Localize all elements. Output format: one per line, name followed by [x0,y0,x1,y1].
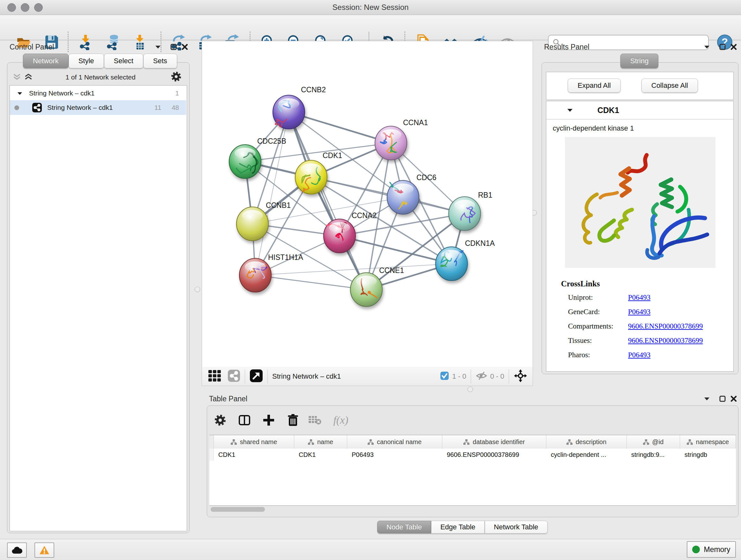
tab-style[interactable]: Style [69,54,104,68]
memory-status-dot [692,546,700,553]
tab-string[interactable]: String [620,54,658,68]
tab-sets[interactable]: Sets [143,54,177,68]
results-panel-menu-button[interactable] [701,42,712,52]
column-header-shared-name[interactable]: shared name [214,435,294,449]
table-cell[interactable]: stringdb:9... [627,449,680,461]
column-header-canonical-name[interactable]: canonical name [347,435,442,449]
column-header-name[interactable]: name [294,435,347,449]
column-header--id[interactable]: @id [627,435,680,449]
delete-table-button-disabled[interactable] [306,411,324,429]
crosslink-link[interactable]: P06493 [628,308,650,316]
column-header-namespace[interactable]: namespace [680,435,736,449]
network-share-view-button[interactable] [227,369,240,383]
results-panel-float-button[interactable] [717,42,728,52]
network-row-selected[interactable]: String Network – cdk1 11 48 [10,100,186,115]
network-node-CCNB1[interactable]: CCNB1 [237,201,291,241]
node-label-HIST1H1A: HIST1H1A [268,253,304,261]
crosslink-link[interactable]: P06493 [628,294,650,302]
table-panel-tabs: Node TableEdge TableNetwork Table [377,521,548,534]
memory-button[interactable]: Memory [687,541,736,558]
column-header-label: namespace [696,438,729,446]
table-panel-menu-button[interactable] [701,394,712,403]
shared-column-icon [367,439,374,445]
window-title: Session: New Session [0,0,741,15]
shared-column-icon [687,439,693,445]
control-panel-float-button[interactable] [168,42,179,52]
results-buttons-box: Expand All Collapse All [546,72,734,100]
table-options-button[interactable] [211,411,229,429]
table-cell[interactable]: 9606.ENSP00000378699 [442,449,546,461]
tab-node-table[interactable]: Node Table [377,521,431,534]
plus-icon [262,414,275,427]
add-column-button[interactable] [260,411,278,429]
table-panel-close-button[interactable] [728,394,739,403]
network-node-CCNA1[interactable]: CCNA1 [375,118,428,160]
table-panel-title: Table Panel [209,395,247,403]
table-cell[interactable]: CDK1 [214,449,294,461]
network-node-CCNB2[interactable]: CCNB2 [273,85,326,129]
table-cell[interactable]: P06493 [347,449,442,461]
import-network-icon [77,34,93,50]
network-collection-row[interactable]: String Network – cdk1 1 [10,86,186,100]
horizontal-scrollbar-thumb[interactable] [211,507,265,512]
control-panel-close-button[interactable] [179,42,190,52]
network-graph[interactable]: CCNB2CCNA1CDC25BCDK1CDC6RB1CCNB1CCNA2CDK… [202,41,533,367]
tab-network[interactable]: Network [23,54,69,68]
edge-CCNB2-HIST1H1A[interactable] [255,112,289,275]
show-columns-button[interactable] [235,411,253,429]
table-cell[interactable]: CDK1 [294,449,347,461]
chevron-down-icon [704,396,710,401]
import-network-file-button[interactable] [76,32,95,52]
control-panel-menu-button[interactable] [152,42,163,52]
crosslink-row: Pharos:P06493 [568,351,728,359]
node-gloss-highlight [356,276,377,287]
edge-CCNE1-HIST1H1A[interactable] [255,275,366,290]
network-canvas[interactable]: CCNB2CCNA1CDC25BCDK1CDC6RB1CCNB1CCNA2CDK… [202,41,533,368]
warning-icon [39,546,50,555]
collapse-all-tree-button[interactable] [13,73,21,82]
network-node-RB1[interactable]: RB1 [449,191,492,231]
function-builder-button-disabled[interactable]: f(x) [328,411,354,429]
crosslink-link[interactable]: 9606.ENSP00000378699 [628,336,703,345]
column-header-label: database identifier [473,438,525,446]
tab-edge-table[interactable]: Edge Table [431,521,485,534]
warnings-button[interactable] [35,543,54,558]
selected-nodes-checkbox[interactable] [440,371,449,381]
crosslink-label: Compartments: [568,322,628,330]
expand-all-button[interactable]: Expand All [568,78,621,92]
crosslink-link[interactable]: 9606.ENSP00000378699 [628,322,703,330]
delete-column-button[interactable] [284,411,302,429]
column-header-description[interactable]: description [546,435,627,449]
network-node-CDC6[interactable]: CDC6 [387,173,436,214]
gene-card-header[interactable]: CDK1 [546,101,733,119]
results-panel-tabs: String [620,54,658,68]
table-cell[interactable]: stringdb [680,449,736,461]
column-header-database-identifier[interactable]: database identifier [442,435,546,449]
network-list-options-button[interactable] [171,71,182,83]
control-panel-tabs: NetworkStyleSelectSets [23,54,177,68]
pan-mode-button[interactable] [514,369,528,384]
tab-network-table[interactable]: Network Table [485,521,548,534]
network-node-CDK1[interactable]: CDK1 [295,151,342,194]
collapse-all-button[interactable]: Collapse All [642,78,698,92]
left-splitter-handle[interactable] [195,287,200,292]
table-cell[interactable]: cyclin-dependent ... [546,449,627,461]
table-panel-float-button[interactable] [717,394,728,403]
network-node-CDKN1A[interactable]: CDKN1A [435,239,495,281]
import-table-file-button[interactable] [131,32,149,52]
crosslink-row: Uniprot:P06493 [568,294,728,302]
edge-CCNB2-CCNE1[interactable] [289,112,366,290]
bottom-splitter-handle[interactable] [468,387,473,392]
grid-view-button[interactable] [208,369,222,384]
table-row[interactable]: CDK1CDK1P064939606.ENSP00000378699cyclin… [209,449,736,461]
crosslinks-list: Uniprot:P06493GeneCard:P06493Compartment… [568,294,728,365]
tab-select[interactable]: Select [104,54,143,68]
expand-all-tree-button[interactable] [24,73,32,82]
import-network-database-button[interactable] [104,32,123,52]
crosslink-link[interactable]: P06493 [628,351,650,359]
detach-view-button[interactable] [250,369,263,384]
gene-description: cyclin-dependent kinase 1 [553,124,634,132]
cloud-button[interactable] [7,543,27,558]
crosslink-label: Pharos: [568,351,628,359]
results-panel-close-button[interactable] [728,42,739,52]
